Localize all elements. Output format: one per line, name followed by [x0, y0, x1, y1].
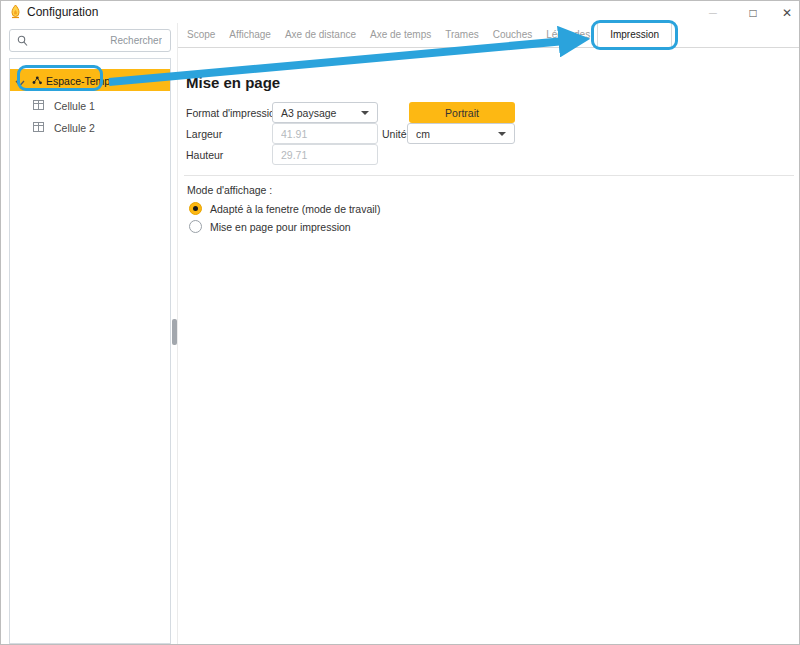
hauteur-field — [272, 144, 378, 165]
cell-grid-icon — [33, 100, 44, 112]
radio-option-adapte-fenetre[interactable]: Adapté à la fenetre (mode de travail) — [189, 201, 380, 216]
tree-item-cellule-1[interactable]: Cellule 1 — [10, 95, 170, 115]
unite-dropdown[interactable]: cm — [407, 123, 515, 144]
tree-item-label: Cellule 1 — [54, 100, 95, 112]
page-title: Mise en page — [186, 74, 280, 91]
radio-selected-icon — [189, 202, 202, 215]
chevron-expanded-icon[interactable] — [15, 77, 25, 89]
mode-affichage-label: Mode d'affichage : — [187, 184, 272, 196]
search-box — [9, 29, 171, 52]
radio-option-label: Mise en page pour impression — [210, 221, 351, 233]
minimize-button[interactable]: ─ — [695, 1, 731, 25]
tab-impression[interactable]: Impression — [597, 22, 672, 48]
titlebar: Configuration ─ □ ✕ — [1, 1, 799, 23]
section-divider — [184, 175, 794, 176]
largeur-label: Largeur — [186, 128, 222, 140]
tree-item-cellule-2[interactable]: Cellule 2 — [10, 117, 170, 137]
tree-item-espace-temps[interactable]: Espace-Temps — [10, 69, 170, 91]
radio-option-label: Adapté à la fenetre (mode de travail) — [210, 203, 380, 215]
unite-value: cm — [416, 128, 430, 140]
cell-grid-icon — [33, 122, 44, 134]
tab-trames[interactable]: Trames — [438, 22, 486, 47]
tree-item-label: Cellule 2 — [54, 122, 95, 134]
format-impression-dropdown[interactable]: A3 paysage — [272, 102, 378, 123]
tree-panel: Espace-Temps Cellule 1 Cellule 2 — [9, 58, 171, 644]
tab-axe-de-temps[interactable]: Axe de temps — [363, 22, 438, 47]
impression-page: Mise en page Format d'impression A3 pays… — [178, 48, 799, 644]
chevron-down-icon — [498, 132, 506, 136]
format-impression-label: Format d'impression — [186, 107, 281, 119]
tab-axe-de-distance[interactable]: Axe de distance — [278, 22, 363, 47]
close-button[interactable]: ✕ — [769, 1, 800, 25]
tab-strip: Scope Affichage Axe de distance Axe de t… — [178, 23, 799, 48]
portrait-button[interactable]: Portrait — [409, 102, 515, 123]
search-input[interactable] — [10, 30, 170, 51]
radio-unselected-icon — [189, 220, 202, 233]
hauteur-label: Hauteur — [186, 149, 223, 161]
format-impression-value: A3 paysage — [281, 107, 336, 119]
app-icon — [9, 4, 22, 20]
radio-option-mise-en-page-impression[interactable]: Mise en page pour impression — [189, 219, 351, 234]
search-icon — [17, 35, 28, 47]
maximize-button[interactable]: □ — [735, 1, 771, 25]
tab-impression-label: Impression — [610, 29, 659, 40]
window-title: Configuration — [27, 5, 98, 19]
tree-item-label: Espace-Temps — [46, 75, 115, 87]
tab-legendes[interactable]: Légendes — [539, 22, 597, 47]
tab-scope[interactable]: Scope — [180, 22, 222, 47]
tab-couches[interactable]: Couches — [486, 22, 539, 47]
largeur-field — [272, 123, 378, 144]
chevron-down-icon — [361, 111, 369, 115]
tab-affichage[interactable]: Affichage — [222, 22, 278, 47]
space-time-icon — [31, 75, 43, 88]
main-panel: Scope Affichage Axe de distance Axe de t… — [177, 23, 799, 644]
configuration-window: Configuration ─ □ ✕ — [0, 0, 800, 645]
